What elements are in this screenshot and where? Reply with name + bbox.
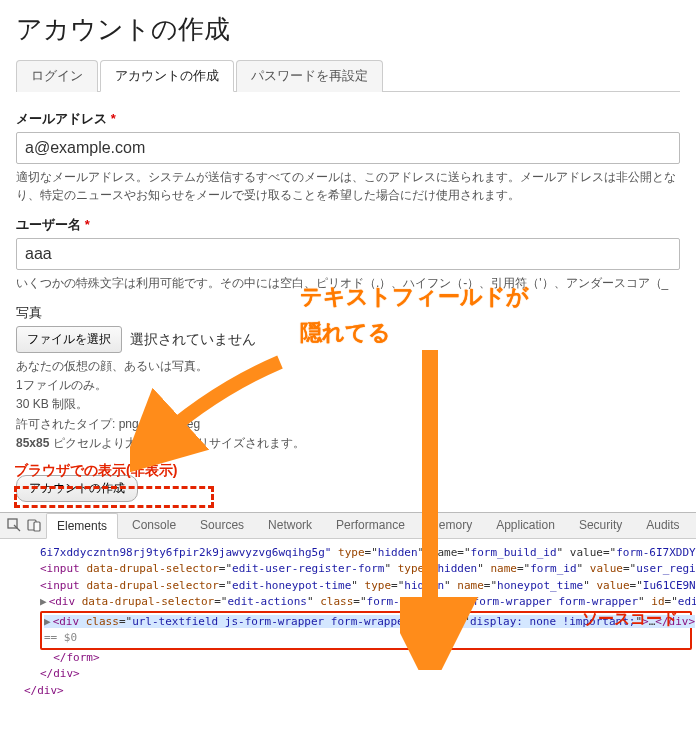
annotation-browser-hidden: ブラウザでの表示(非表示) <box>14 462 177 480</box>
devtools-tab-sources[interactable]: Sources <box>190 512 254 538</box>
annotation-dashed-box <box>14 486 214 508</box>
devtools-tab-elements[interactable]: Elements <box>46 513 118 539</box>
source-line: <input data-drupal-selector="edit-honeyp… <box>40 578 692 595</box>
file-status: 選択されていません <box>130 331 256 349</box>
required-mark: * <box>111 111 116 126</box>
svg-rect-2 <box>34 522 40 531</box>
email-label: メールアドレス * <box>16 110 680 128</box>
tab-reset-password[interactable]: パスワードを再設定 <box>236 60 383 92</box>
email-description: 適切なメールアドレス。システムが送信するすべてのメールは、このアドレスに送られま… <box>16 168 680 204</box>
devtools-tab-audits[interactable]: Audits <box>636 512 689 538</box>
annotation-source-code: ソースコード <box>582 607 678 631</box>
source-line: <input data-drupal-selector="edit-user-r… <box>40 561 692 578</box>
devtools-panel: Elements Console Sources Network Perform… <box>0 512 696 702</box>
email-field[interactable] <box>16 132 680 164</box>
devtools-tab-memory[interactable]: Memory <box>419 512 482 538</box>
devtools-tab-bar: Elements Console Sources Network Perform… <box>0 513 696 539</box>
devtools-tab-network[interactable]: Network <box>258 512 322 538</box>
annotation-hidden-field-2: 隠れてる <box>300 318 391 348</box>
page-title: アカウントの作成 <box>16 12 680 47</box>
tab-bar: ログイン アカウントの作成 パスワードを再設定 <box>16 59 680 92</box>
devtools-tab-application[interactable]: Application <box>486 512 565 538</box>
annotation-hidden-field-1: テキストフィールドが <box>300 282 529 312</box>
devtools-tab-security[interactable]: Security <box>569 512 632 538</box>
tab-create-account[interactable]: アカウントの作成 <box>100 60 234 92</box>
devtools-tab-console[interactable]: Console <box>122 512 186 538</box>
devtools-source[interactable]: 6i7xddyczntn98rj9ty6fpir2k9jawvyzvg6wqih… <box>0 539 696 702</box>
required-mark: * <box>85 217 90 232</box>
device-icon[interactable] <box>26 517 42 533</box>
devtools-tab-performance[interactable]: Performance <box>326 512 415 538</box>
tab-login[interactable]: ログイン <box>16 60 98 92</box>
photo-notes: あなたの仮想の顔、あるいは写真。 1ファイルのみ。 30 KB 制限。 許可され… <box>16 357 680 453</box>
username-label: ユーザー名 * <box>16 216 680 234</box>
choose-file-button[interactable]: ファイルを選択 <box>16 326 122 353</box>
inspect-icon[interactable] <box>6 517 22 533</box>
username-field[interactable] <box>16 238 680 270</box>
